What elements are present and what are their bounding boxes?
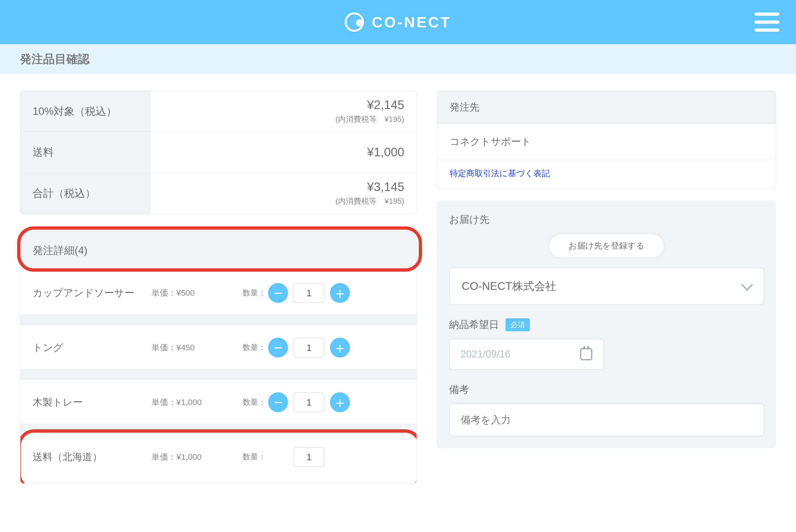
item-name: 木製トレー — [33, 396, 151, 409]
page-title: 発注品目確認 — [20, 51, 90, 67]
required-badge: 必須 — [506, 318, 530, 331]
qty-label: 数量： — [243, 288, 268, 298]
logo-icon — [345, 13, 364, 32]
app-header: CO-NECT — [0, 0, 796, 44]
delivery-head: お届け先 — [449, 213, 764, 226]
due-date-input[interactable]: 2021/09/16 — [449, 339, 604, 370]
law-link[interactable]: 特定商取引法に基づく表記 — [450, 169, 550, 178]
order-item-shipping: 送料（北海道） 単価：¥1,000 数量： — [20, 434, 417, 483]
summary-row-shipping: 送料 ¥1,000 — [20, 132, 417, 173]
summary-label: 10%対象（税込） — [20, 91, 150, 131]
order-item: カップアンドソーサー 単価：¥500 数量： − ＋ — [20, 270, 417, 325]
due-date-placeholder: 2021/09/16 — [461, 348, 510, 360]
delivery-selected: CO-NECT株式会社 — [462, 279, 556, 294]
delivery-select[interactable]: CO-NECT株式会社 — [449, 267, 764, 305]
qty-label: 数量： — [243, 397, 268, 407]
brand-name: CO-NECT — [372, 14, 451, 31]
summary-label: 合計（税込） — [20, 173, 150, 214]
qty-minus-button[interactable]: − — [268, 392, 288, 412]
qty-minus-button[interactable]: − — [268, 338, 288, 358]
summary-row-total: 合計（税込） ¥3,145 (内消費税等 ¥195) — [20, 173, 417, 214]
qty-plus-button[interactable]: ＋ — [330, 283, 350, 303]
summary-subamount: (内消費税等 ¥195) — [336, 196, 404, 207]
remarks-head: 備考 — [449, 383, 764, 396]
qty-label: 数量： — [243, 343, 268, 353]
order-details: 発注詳細(4) カップアンドソーサー 単価：¥500 数量： − ＋ トング — [20, 231, 417, 484]
details-title: 発注詳細(4) — [20, 231, 417, 270]
item-divider — [20, 369, 417, 379]
order-item: トング 単価：¥450 数量： − ＋ — [20, 325, 417, 380]
qty-input[interactable] — [293, 392, 325, 412]
summary-amount: ¥1,000 — [367, 145, 404, 159]
menu-icon[interactable] — [755, 13, 779, 32]
calendar-icon — [580, 348, 592, 360]
remarks-input[interactable] — [449, 404, 764, 436]
register-delivery-button[interactable]: お届け先を登録する — [549, 233, 665, 258]
order-item: 木製トレー 単価：¥1,000 数量： − ＋ — [20, 380, 417, 434]
delivery-panel: お届け先 お届け先を登録する CO-NECT株式会社 納品希望日 必須 2021… — [437, 201, 776, 448]
summary-amount: ¥2,145 — [367, 98, 404, 112]
qty-input[interactable] — [293, 338, 325, 358]
item-unit-price: 単価：¥500 — [151, 287, 243, 299]
summary-row-tax: 10%対象（税込） ¥2,145 (内消費税等 ¥195) — [20, 91, 417, 132]
chevron-down-icon — [741, 279, 753, 290]
item-unit-price: 単価：¥1,000 — [151, 451, 243, 463]
summary-amount: ¥3,145 — [367, 180, 404, 194]
supplier-head: 発注先 — [437, 91, 776, 124]
item-name: カップアンドソーサー — [33, 286, 151, 300]
item-name: トング — [33, 341, 151, 355]
item-name: 送料（北海道） — [33, 450, 151, 464]
due-head: 納品希望日 — [449, 318, 499, 331]
qty-plus-button[interactable]: ＋ — [330, 392, 350, 412]
qty-minus-button[interactable]: − — [268, 283, 288, 303]
item-unit-price: 単価：¥450 — [151, 342, 243, 354]
item-divider — [20, 315, 417, 324]
item-unit-price: 単価：¥1,000 — [151, 397, 243, 408]
item-divider — [20, 424, 417, 434]
page-subheader: 発注品目確認 — [0, 44, 796, 74]
qty-input[interactable] — [293, 447, 325, 467]
brand-logo: CO-NECT — [345, 13, 451, 32]
qty-plus-button[interactable]: ＋ — [330, 338, 350, 358]
supplier-name: コネクトサポート — [437, 124, 776, 159]
supplier-card: 発注先 コネクトサポート 特定商取引法に基づく表記 — [437, 91, 776, 189]
summary-label: 送料 — [20, 132, 150, 172]
summary-table: 10%対象（税込） ¥2,145 (内消費税等 ¥195) 送料 ¥1,000 … — [20, 91, 417, 214]
summary-subamount: (内消費税等 ¥195) — [336, 114, 404, 125]
qty-input[interactable] — [293, 283, 325, 303]
qty-label: 数量： — [243, 452, 268, 462]
